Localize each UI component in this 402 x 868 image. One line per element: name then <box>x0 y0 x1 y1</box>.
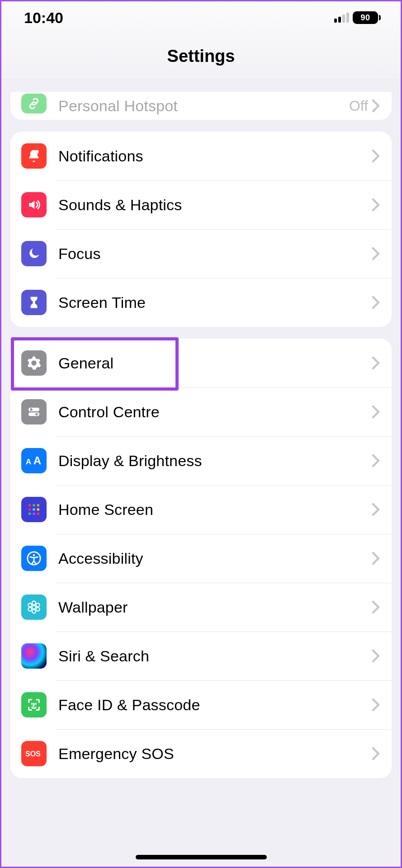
chevron-right-icon <box>372 99 380 113</box>
settings-row-accessibility[interactable]: Accessibility <box>10 534 392 583</box>
apps-grid-icon <box>21 497 47 522</box>
settings-row-sounds-haptics[interactable]: Sounds & Haptics <box>10 180 392 229</box>
svg-rect-7 <box>28 504 31 506</box>
cellular-signal-icon <box>334 13 349 23</box>
svg-rect-10 <box>28 508 31 510</box>
chevron-right-icon <box>372 149 380 163</box>
settings-row-notifications[interactable]: Notifications <box>10 132 392 180</box>
settings-row-home-screen[interactable]: Home Screen <box>10 485 392 534</box>
svg-text:A: A <box>26 458 31 466</box>
chevron-right-icon <box>372 247 380 260</box>
sos-icon: SOS <box>21 741 47 766</box>
svg-rect-12 <box>37 508 39 510</box>
siri-icon <box>21 643 47 669</box>
settings-row-face-id-passcode[interactable]: Face ID & Passcode <box>10 680 392 729</box>
row-label: Control Centre <box>58 403 372 421</box>
settings-row-control-centre[interactable]: Control Centre <box>10 387 392 436</box>
row-label: Sounds & Haptics <box>58 196 372 214</box>
svg-point-21 <box>28 603 32 607</box>
svg-point-17 <box>33 554 35 557</box>
chevron-right-icon <box>372 552 380 565</box>
accessibility-icon <box>21 546 47 571</box>
svg-rect-13 <box>28 513 31 515</box>
row-label: Face ID & Passcode <box>58 696 372 714</box>
row-label: Emergency SOS <box>58 745 372 763</box>
chevron-right-icon <box>372 747 380 760</box>
home-indicator[interactable] <box>136 855 267 859</box>
settings-row-focus[interactable]: Focus <box>10 229 392 278</box>
row-label: Wallpaper <box>58 599 372 616</box>
svg-rect-15 <box>37 513 39 515</box>
svg-point-24 <box>36 608 40 611</box>
svg-point-19 <box>32 601 36 605</box>
chevron-right-icon <box>372 405 380 419</box>
aa-icon: AA <box>21 448 47 473</box>
svg-point-25 <box>27 649 41 663</box>
settings-group: NotificationsSounds & HapticsFocusScreen… <box>10 132 392 327</box>
switches-icon <box>21 399 47 425</box>
settings-group: Personal HotspotOff <box>10 92 392 120</box>
settings-row-general[interactable]: General <box>10 339 392 387</box>
settings-row-display-brightness[interactable]: AADisplay & Brightness <box>10 436 392 485</box>
svg-point-4 <box>35 413 38 415</box>
battery-percentage: 90 <box>360 13 370 23</box>
row-label: Focus <box>58 245 372 263</box>
settings-row-personal-hotspot[interactable]: Personal HotspotOff <box>10 92 392 120</box>
hourglass-icon <box>21 290 47 315</box>
chevron-right-icon <box>372 503 380 516</box>
svg-rect-8 <box>33 504 35 506</box>
svg-point-22 <box>36 603 40 607</box>
row-label: Personal Hotspot <box>58 97 349 115</box>
svg-text:SOS: SOS <box>25 750 41 758</box>
bell-icon <box>21 143 47 169</box>
row-label: Accessibility <box>58 550 372 567</box>
svg-point-20 <box>32 609 36 613</box>
settings-row-screen-time[interactable]: Screen Time <box>10 278 392 327</box>
svg-text:A: A <box>33 455 41 466</box>
settings-row-siri-search[interactable]: Siri & Search <box>10 632 392 680</box>
svg-rect-11 <box>33 508 35 510</box>
flower-icon <box>21 594 47 620</box>
row-label: Siri & Search <box>58 647 372 665</box>
row-label: General <box>58 354 372 372</box>
svg-rect-9 <box>37 504 39 506</box>
row-label: Notifications <box>58 147 372 165</box>
chevron-right-icon <box>372 198 380 212</box>
link-icon <box>21 94 47 113</box>
speaker-icon <box>21 192 47 217</box>
chevron-right-icon <box>372 698 380 712</box>
svg-point-0 <box>35 150 39 154</box>
chevron-right-icon <box>372 454 380 467</box>
status-time: 10:40 <box>24 9 63 27</box>
row-label: Home Screen <box>58 501 372 519</box>
chevron-right-icon <box>372 600 380 614</box>
battery-indicator: 90 <box>353 11 381 24</box>
svg-point-2 <box>30 408 32 410</box>
chevron-right-icon <box>372 356 380 370</box>
status-bar: 10:40 90 <box>1 1 401 34</box>
gear-icon <box>21 350 47 376</box>
svg-point-23 <box>28 608 32 611</box>
svg-rect-14 <box>33 513 35 515</box>
row-label: Display & Brightness <box>58 452 372 470</box>
row-label: Screen Time <box>58 294 372 311</box>
settings-row-wallpaper[interactable]: Wallpaper <box>10 583 392 632</box>
row-value: Off <box>349 98 372 114</box>
settings-row-emergency-sos[interactable]: SOSEmergency SOS <box>10 729 392 778</box>
face-id-icon <box>21 692 47 717</box>
chevron-right-icon <box>372 649 380 663</box>
svg-point-18 <box>32 605 36 609</box>
chevron-right-icon <box>372 296 380 309</box>
settings-group: GeneralControl CentreAADisplay & Brightn… <box>10 339 392 778</box>
moon-icon <box>21 241 47 266</box>
page-title: Settings <box>1 34 401 80</box>
